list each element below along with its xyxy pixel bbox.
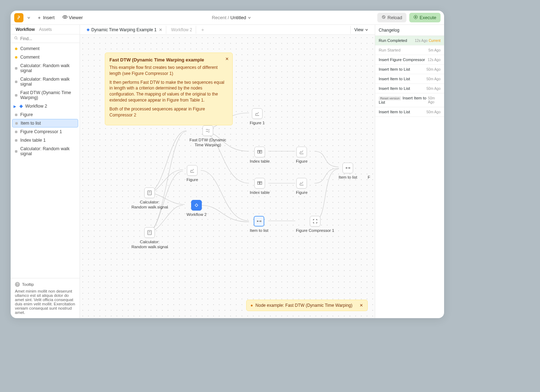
svg-rect-24 (260, 150, 262, 153)
view-button[interactable]: View (350, 26, 372, 34)
node-icon (15, 150, 17, 153)
sidebar-search[interactable] (11, 34, 80, 43)
svg-rect-22 (195, 204, 198, 207)
svg-line-2 (383, 16, 384, 18)
workflow-icon (20, 104, 23, 108)
tab-inactive[interactable]: Workflow 2 (168, 26, 196, 34)
node-icon (15, 94, 17, 97)
changelog-item[interactable]: Insert Figure Compressor12s Ago (375, 55, 444, 65)
sidebar-tab-assets[interactable]: Assets (37, 25, 54, 34)
svg-point-31 (257, 221, 258, 222)
workflow-icon (87, 28, 90, 31)
main-area: Dynamic Time Warping Example 1 ✕ Workflo… (80, 25, 375, 318)
calculator-icon (144, 227, 155, 238)
chart-icon (187, 165, 198, 176)
changelog-item[interactable]: Reset versionInsert Item to List50m Ago (375, 93, 444, 107)
bullet-icon (251, 305, 253, 306)
eye-icon (63, 15, 68, 21)
sidebar-item-comment[interactable]: Comment (11, 53, 80, 61)
search-input[interactable] (20, 36, 76, 41)
changelog-item[interactable]: Insert Item to List50m Ago (375, 84, 444, 93)
insert-button[interactable]: ＋ Insert (34, 13, 58, 22)
node-figure[interactable]: Figure (296, 178, 308, 195)
close-icon[interactable]: ✕ (225, 56, 229, 61)
sidebar-list: Comment Comment Calculator: Random walk … (11, 43, 80, 278)
viewer-button[interactable]: Viewer (60, 13, 86, 22)
sidebar-item-node[interactable]: Figure Compressor 1 (11, 127, 80, 136)
svg-rect-36 (349, 168, 350, 169)
node-figure[interactable]: Figure (187, 165, 198, 183)
comment-icon (15, 56, 17, 59)
tab-active[interactable]: Dynamic Time Warping Example 1 ✕ (83, 26, 166, 34)
top-bar: ＋ Insert Viewer Recent / Untitled Reload (11, 11, 444, 25)
tab-bar: Dynamic Time Warping Example 1 ✕ Workflo… (80, 25, 375, 35)
changelog-item[interactable]: Insert Item to List50m Ago (375, 74, 444, 84)
close-icon[interactable]: ✕ (159, 27, 162, 32)
changelog-item[interactable]: Run Started5m Ago (375, 45, 444, 55)
svg-rect-27 (258, 181, 259, 184)
changelog-item[interactable]: Insert Item to List50m Ago (375, 107, 444, 117)
sidebar-item-node[interactable]: Calculator: Random walk signal (11, 61, 80, 75)
sidebar-item-node[interactable]: Calculator: Random walk signal (11, 75, 80, 88)
svg-rect-23 (258, 150, 259, 153)
chevron-down-icon (248, 16, 251, 20)
changelog-item[interactable]: Run Completed 12s AgoCurrent (375, 36, 444, 45)
app-logo[interactable] (14, 13, 23, 22)
list-icon (342, 163, 353, 173)
play-icon (414, 15, 418, 20)
compressor-icon (310, 216, 320, 227)
table-icon (254, 178, 265, 189)
help-icon: ? (15, 282, 20, 287)
node-itemtolist-selected[interactable]: Item to list (250, 216, 268, 233)
comment-icon (15, 48, 17, 50)
reload-button[interactable]: Reload (377, 13, 406, 22)
app-window: ＋ Insert Viewer Recent / Untitled Reload (11, 11, 444, 318)
node-calculator[interactable]: Calculator: Random walk signal (131, 227, 168, 250)
changelog-item[interactable]: Insert Item to List50m Ago (375, 65, 444, 74)
node-indextable[interactable]: Index table (250, 178, 270, 195)
node-figurecompressor[interactable]: Figure Compressor 1 (296, 216, 334, 233)
close-icon[interactable]: ✕ (360, 303, 363, 308)
node-cutoff[interactable]: F (368, 173, 370, 180)
execute-button[interactable]: Execute (409, 13, 441, 22)
toast: Node example: Fast DTW (Dynamic Time War… (246, 300, 368, 311)
info-title: Fast DTW (Dynamic Time Warping example (109, 57, 228, 62)
node-itemtolist[interactable]: Item to list (339, 163, 357, 180)
sidebar-item-node[interactable]: Fast DTW (Dynamic Time Warping) (11, 88, 80, 102)
node-fastdtw[interactable]: Fast DTW (Dynamic Time Warping) (187, 125, 229, 148)
canvas[interactable]: ✕ Fast DTW (Dynamic Time Warping example… (80, 35, 375, 318)
calculator-icon (144, 187, 155, 198)
node-indextable[interactable]: Index table (250, 147, 270, 164)
sidebar-item-comment[interactable]: Comment (11, 44, 80, 53)
plus-icon: ＋ (37, 15, 42, 21)
tooltip-body: Amet minim mollit non deserunt ullamco e… (15, 289, 75, 315)
node-workflow[interactable]: Workflow 2 (187, 200, 207, 217)
svg-point-4 (15, 37, 17, 39)
sidebar-tab-workflow[interactable]: Workflow (14, 25, 37, 34)
sidebar-item-selected[interactable]: Item to list (12, 119, 78, 127)
node-calculator[interactable]: Calculator: Random walk signal (131, 187, 168, 210)
changelog-title: Changelog (375, 25, 444, 36)
sidebar-item-node[interactable]: Calculator: Random walk signal (11, 145, 80, 158)
sidebar-item-node[interactable]: Index table 1 (11, 136, 80, 145)
chart-icon (296, 178, 307, 189)
changelog-panel: Changelog Run Completed 12s AgoCurrent R… (375, 25, 444, 318)
node-icon (15, 139, 17, 142)
logo-dropdown[interactable] (26, 15, 32, 21)
sidebar-item-workflow[interactable]: ▶Workflow 2 (11, 102, 80, 110)
svg-rect-28 (260, 181, 262, 184)
chart-icon (252, 108, 263, 119)
chevron-down-icon (365, 28, 368, 32)
node-figure[interactable]: Figure (296, 147, 308, 164)
node-figure1[interactable]: Figure 1 (250, 108, 265, 126)
node-icon (15, 81, 17, 83)
sidebar-item-node[interactable]: Figure (11, 110, 80, 119)
breadcrumb[interactable]: Recent / Untitled (88, 15, 374, 20)
node-icon (15, 122, 18, 125)
tooltip-panel: ?Tooltip Amet minim mollit non deserunt … (11, 278, 80, 318)
workflow-icon (191, 200, 202, 211)
list-icon (254, 216, 264, 227)
search-icon (14, 36, 18, 41)
reload-icon (382, 15, 386, 20)
add-tab-button[interactable]: ＋ (198, 27, 208, 33)
